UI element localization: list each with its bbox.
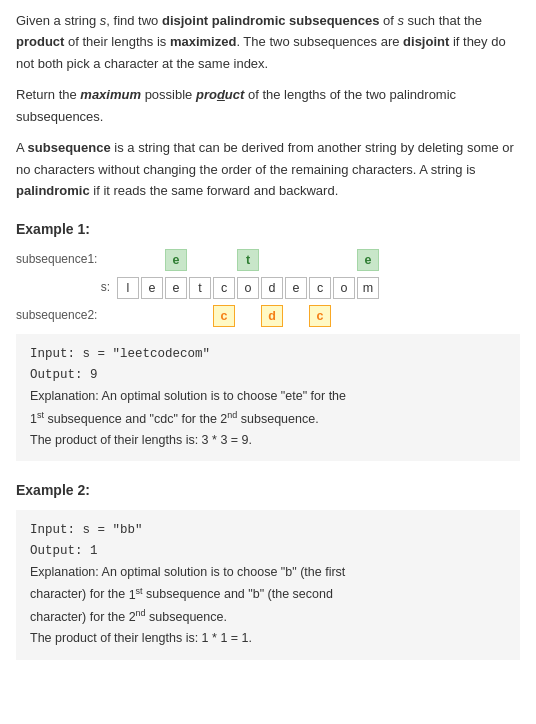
s-cell-7: e [285, 277, 307, 299]
subseq1-cell-e2: e [357, 249, 379, 271]
example2-exp-line2a: character) for the [30, 588, 129, 602]
example2-output: Output: 1 [30, 541, 506, 562]
subseq-def-paragraph: A subsequence is a string that can be de… [16, 137, 520, 201]
s-cell-8: c [309, 277, 331, 299]
example1-exp-line2b: subsequence. [241, 412, 319, 426]
subseq2-cell-c1: c [213, 305, 235, 327]
problem-description: Given a string s, find two disjoint pali… [16, 10, 520, 202]
subseq2-cell-c2: c [309, 305, 331, 327]
subseq1-cell-t: t [237, 249, 259, 271]
subseq1-cell-e1: e [165, 249, 187, 271]
s-cells: l e e t c o d e c o m [116, 276, 380, 300]
s-cell-1: e [141, 277, 163, 299]
s-cell-5: o [237, 277, 259, 299]
intro-paragraph: Given a string s, find two disjoint pali… [16, 10, 520, 74]
s-cell-0: l [117, 277, 139, 299]
example1-exp-line1: Explanation: An optimal solution is to c… [30, 389, 346, 403]
subseq2-cells: c d c [116, 304, 332, 328]
subseq2-row: subsequence2: c d c [16, 304, 520, 328]
example1-title: Example 1: [16, 218, 520, 240]
example2-exp-line3a: character) for the [30, 610, 129, 624]
s-cell-6: d [261, 277, 283, 299]
s-cell-10: m [357, 277, 379, 299]
example2-exp-line3b: subsequence. [149, 610, 227, 624]
example1-block: Input: s = "leetcodecom" Output: 9 Expla… [16, 334, 520, 461]
example2-title: Example 2: [16, 479, 520, 501]
s-cell-3: t [189, 277, 211, 299]
example2-exp-line4: The product of their lengths is: 1 * 1 =… [30, 631, 252, 645]
s-cell-4: c [213, 277, 235, 299]
example2-exp-ord2: 2nd [129, 610, 146, 624]
example1-exp-ord: 1st [30, 412, 44, 426]
example2-block: Input: s = "bb" Output: 1 Explanation: A… [16, 510, 520, 660]
s-row: s: l e e t c o d e c o m [16, 276, 520, 300]
example1-visual: subsequence1: e t e s: l e e t c o d e [16, 248, 520, 328]
s-cell-2: e [165, 277, 187, 299]
example2-exp-ord1: 1st [129, 588, 143, 602]
example1-output: Output: 9 [30, 365, 506, 386]
example2-exp-line2b: subsequence and "b" (the second [146, 588, 333, 602]
example1-input: Input: s = "leetcodecom" [30, 344, 506, 365]
example2-input: Input: s = "bb" [30, 520, 506, 541]
subseq2-label: subsequence2: [16, 306, 116, 325]
example1-exp-line2a: subsequence and "cdc" for the [47, 412, 220, 426]
subseq1-cells: e t e [116, 248, 380, 272]
subseq2-cell-d: d [261, 305, 283, 327]
subseq1-row: subsequence1: e t e [16, 248, 520, 272]
return-paragraph: Return the maximum possible product of t… [16, 84, 520, 127]
example1-exp-ord2: 2nd [220, 412, 237, 426]
example1-exp-line3: The product of their lengths is: 3 * 3 =… [30, 433, 252, 447]
subseq1-label: subsequence1: [16, 250, 116, 269]
example1-explanation: Explanation: An optimal solution is to c… [30, 386, 506, 451]
example2-explanation: Explanation: An optimal solution is to c… [30, 562, 506, 649]
s-row-label: s: [16, 278, 116, 297]
s-cell-9: o [333, 277, 355, 299]
example2-exp-line1: Explanation: An optimal solution is to c… [30, 565, 345, 579]
